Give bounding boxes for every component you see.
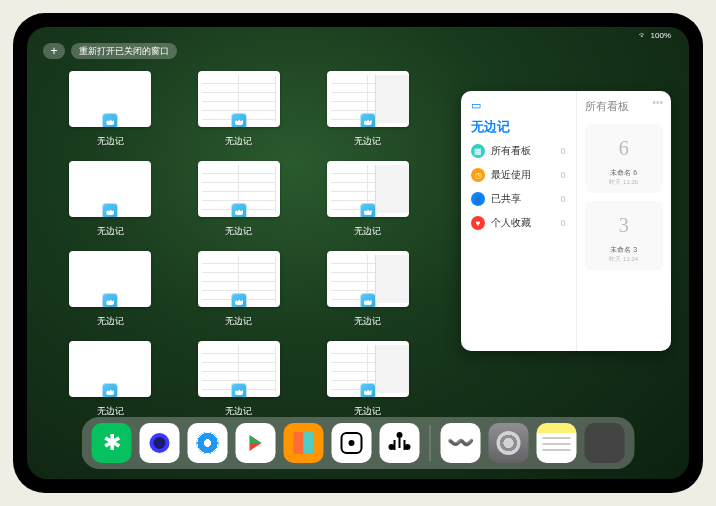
ipad-frame: ᯤ 100% + 重新打开已关闭的窗口 无边记无边记无边记无边记无边记无边记无边… — [13, 13, 703, 493]
recent-icon: ◷ — [471, 168, 485, 182]
category-label: 所有看板 — [491, 144, 531, 158]
app-window[interactable]: 无边记 — [178, 341, 301, 423]
board-preview: 6 — [604, 130, 644, 166]
wifi-icon: ᯤ — [639, 31, 647, 40]
dock-app-dice[interactable] — [332, 423, 372, 463]
freeform-app-icon — [360, 383, 376, 397]
window-thumbnail — [198, 161, 280, 217]
app-window[interactable]: 无边记 — [306, 161, 429, 243]
dock-app-browser[interactable] — [188, 423, 228, 463]
category-label: 已共享 — [491, 192, 521, 206]
books-icon — [294, 432, 314, 454]
dock-app-multi[interactable] — [585, 423, 625, 463]
top-controls: + 重新打开已关闭的窗口 — [43, 43, 177, 59]
dock-separator — [430, 425, 431, 461]
app-window[interactable]: 无边记 — [306, 71, 429, 153]
freeform-app-icon — [102, 293, 118, 307]
board-preview: 3 — [604, 207, 644, 243]
dock-app-settings[interactable] — [489, 423, 529, 463]
panel-sidebar: ▭ 无边记 ▦所有看板0◷最近使用0👤已共享0♥个人收藏0 — [461, 91, 577, 351]
quark-icon — [150, 433, 170, 453]
board-card[interactable]: 3未命名 3昨天 11:24 — [585, 201, 664, 270]
window-label: 无边记 — [225, 315, 252, 328]
category-label: 个人收藏 — [491, 216, 531, 230]
app-window[interactable]: 无边记 — [178, 161, 301, 243]
board-time: 昨天 11:26 — [609, 178, 638, 187]
dock-app-quark[interactable] — [140, 423, 180, 463]
app-window[interactable]: 无边记 — [49, 341, 172, 423]
board-card[interactable]: 6未命名 6昨天 11:26 — [585, 124, 664, 193]
notes-icon — [543, 437, 571, 439]
window-label: 无边记 — [97, 225, 124, 238]
freeform-app-icon — [102, 383, 118, 397]
category-all[interactable]: ▦所有看板0 — [471, 144, 566, 158]
freeform-app-icon — [360, 203, 376, 217]
dock-app-books[interactable] — [284, 423, 324, 463]
panel-title: 无边记 — [471, 118, 566, 136]
window-thumbnail — [69, 341, 151, 397]
panel-content: 所有看板 6未命名 6昨天 11:263未命名 3昨天 11:24 — [577, 91, 672, 351]
category-shared[interactable]: 👤已共享0 — [471, 192, 566, 206]
freeform-app-icon — [102, 203, 118, 217]
dock-app-notes[interactable] — [537, 423, 577, 463]
sidebar-toggle-icon[interactable]: ▭ — [471, 99, 566, 112]
category-label: 最近使用 — [491, 168, 531, 182]
freeform-app-icon — [360, 113, 376, 127]
reopen-closed-window-button[interactable]: 重新打开已关闭的窗口 — [71, 43, 177, 59]
dock-app-freeform[interactable]: 〰️ — [441, 423, 481, 463]
freeform-app-icon — [360, 293, 376, 307]
app-window[interactable]: 无边记 — [178, 251, 301, 333]
window-thumbnail — [69, 161, 151, 217]
fav-icon: ♥ — [471, 216, 485, 230]
app-window[interactable]: 无边记 — [49, 71, 172, 153]
dock-app-play[interactable] — [236, 423, 276, 463]
window-thumbnail — [198, 251, 280, 307]
window-label: 无边记 — [97, 135, 124, 148]
freeform-app-icon — [231, 383, 247, 397]
dice-icon — [341, 432, 363, 454]
window-thumbnail — [69, 71, 151, 127]
dock-app-node[interactable] — [380, 423, 420, 463]
freeform-app-icon — [102, 113, 118, 127]
shared-icon: 👤 — [471, 192, 485, 206]
category-count: 0 — [560, 170, 565, 180]
window-thumbnail — [327, 341, 409, 397]
window-thumbnail — [198, 341, 280, 397]
status-bar: ᯤ 100% — [639, 31, 671, 40]
window-label: 无边记 — [354, 315, 381, 328]
category-fav[interactable]: ♥个人收藏0 — [471, 216, 566, 230]
play-icon — [250, 435, 262, 451]
window-thumbnail — [69, 251, 151, 307]
category-count: 0 — [560, 218, 565, 228]
more-icon[interactable]: ••• — [652, 97, 663, 108]
battery-text: 100% — [651, 31, 671, 40]
app-window[interactable]: 无边记 — [306, 341, 429, 423]
freeform-app-icon — [231, 293, 247, 307]
app-window[interactable]: 无边记 — [49, 251, 172, 333]
app-window[interactable]: 无边记 — [178, 71, 301, 153]
app-window[interactable]: 无边记 — [306, 251, 429, 333]
category-count: 0 — [560, 194, 565, 204]
panel-right-title: 所有看板 — [585, 99, 664, 114]
window-label: 无边记 — [225, 135, 252, 148]
window-label: 无边记 — [225, 225, 252, 238]
window-thumbnail — [327, 251, 409, 307]
browser-icon — [197, 432, 219, 454]
gear-icon — [497, 431, 521, 455]
window-label: 无边记 — [354, 225, 381, 238]
graph-icon — [389, 432, 411, 454]
dock-app-wechat[interactable]: ✱ — [92, 423, 132, 463]
freeform-icon: 〰️ — [447, 430, 474, 456]
all-icon: ▦ — [471, 144, 485, 158]
freeform-app-icon — [231, 203, 247, 217]
new-window-button[interactable]: + — [43, 43, 65, 59]
category-recent[interactable]: ◷最近使用0 — [471, 168, 566, 182]
window-label: 无边记 — [97, 315, 124, 328]
freeform-browser-panel[interactable]: ••• ▭ 无边记 ▦所有看板0◷最近使用0👤已共享0♥个人收藏0 所有看板 6… — [461, 91, 671, 351]
screen: ᯤ 100% + 重新打开已关闭的窗口 无边记无边记无边记无边记无边记无边记无边… — [27, 27, 689, 479]
window-thumbnail — [327, 161, 409, 217]
window-thumbnail — [198, 71, 280, 127]
category-count: 0 — [560, 146, 565, 156]
wechat-icon: ✱ — [103, 430, 121, 456]
app-window[interactable]: 无边记 — [49, 161, 172, 243]
